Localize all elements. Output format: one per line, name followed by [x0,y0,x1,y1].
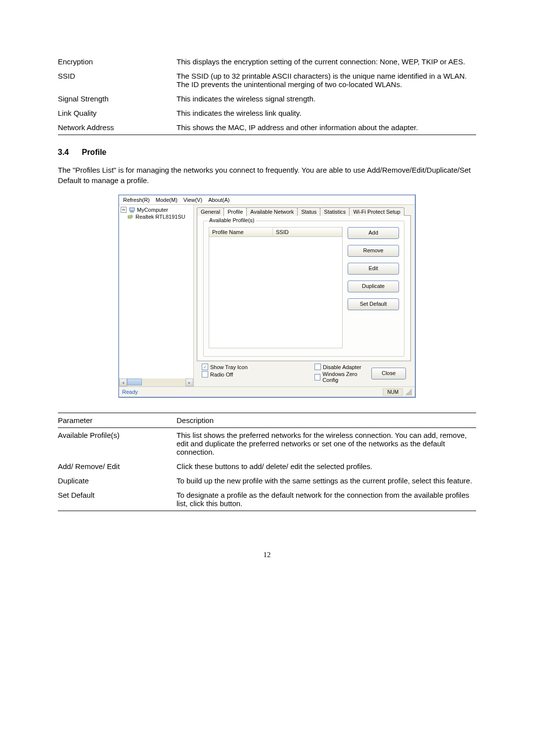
set-default-button[interactable]: Set Default [348,298,399,310]
duplicate-button[interactable]: Duplicate [348,281,399,292]
upper-parameter-table: Encryption This displays the encryption … [58,54,476,135]
section-heading: 3.4 Profile [58,148,476,157]
group-label-available-profiles: Available Profile(s) [208,217,256,223]
menu-refresh[interactable]: Refresh(R) [122,196,151,203]
tab-wifi-protect-setup[interactable]: Wi-Fi Protect Setup [349,207,404,216]
show-tray-icon-checkbox[interactable]: ✓ [202,364,208,370]
radio-off-label: Radio Off [210,372,233,378]
menu-bar: Refresh(R) Mode(M) View(V) About(A) [119,195,415,205]
scroll-right-button[interactable]: ▸ [185,378,193,386]
param-signal-strength: Signal Strength [58,92,177,106]
scroll-left-button[interactable]: ◂ [119,378,127,386]
lower-parameter-table: Parameter Description Available Profile(… [58,413,476,511]
page-number: 12 [58,551,476,559]
svg-rect-2 [130,208,134,211]
desc-encryption: This displays the encryption setting of … [177,54,476,69]
status-bar: Ready NUM [119,386,415,397]
param-add-remove-edit: Add/ Remove/ Edit [58,459,177,473]
desc-signal-strength: This indicates the wireless signal stren… [177,92,476,106]
resize-grip-icon[interactable] [405,388,412,395]
show-tray-icon-label: Show Tray Icon [210,364,248,370]
desc-add-remove-edit: Click these buttons to add/ delete/ edit… [177,459,476,473]
status-ready: Ready [122,389,138,395]
tree-horizontal-scrollbar[interactable]: ◂ ▸ [119,378,193,386]
add-button[interactable]: Add [348,227,399,239]
profile-list-body[interactable] [209,237,343,348]
close-button[interactable]: Close [371,368,406,379]
windows-zero-config-label: Windows Zero Config [322,371,371,383]
desc-duplicate: To build up the new profile with the sam… [177,473,476,488]
col-profile-name[interactable]: Profile Name [209,228,273,236]
svg-rect-4 [128,216,132,218]
tab-profile[interactable]: Profile [223,207,247,216]
disable-adapter-checkbox[interactable] [314,364,321,370]
menu-about[interactable]: About(A) [207,196,230,203]
tree-adapter-label[interactable]: Realtek RTL8191SU [135,214,185,220]
table2-head-description: Description [177,413,476,428]
menu-view[interactable]: View(V) [182,196,203,203]
desc-link-quality: This indicates the wireless link quality… [177,106,476,120]
param-link-quality: Link Quality [58,106,177,120]
section-number: 3.4 [58,148,80,157]
disable-adapter-label: Disable Adapter [323,364,361,370]
param-set-default: Set Default [58,488,177,511]
tree-root-label[interactable]: MyComputer [137,207,168,213]
tab-status[interactable]: Status [297,207,320,216]
desc-network-address: This shows the MAC, IP address and other… [177,120,476,135]
computer-icon [129,206,135,213]
profile-list-header: Profile Name SSID [209,227,343,237]
tab-available-network[interactable]: Available Network [246,207,298,216]
param-available-profiles: Available Profile(s) [58,428,177,460]
param-duplicate: Duplicate [58,473,177,488]
adapter-icon [127,213,134,220]
param-ssid: SSID [58,69,177,92]
windows-zero-config-checkbox[interactable] [314,374,320,380]
edit-button[interactable]: Edit [348,263,399,275]
table2-head-parameter: Parameter [58,413,177,428]
radio-off-checkbox[interactable] [202,371,208,378]
col-ssid[interactable]: SSID [273,228,342,236]
remove-button[interactable]: Remove [348,245,399,257]
profile-tab-screenshot: Refresh(R) Mode(M) View(V) About(A) MyCo… [118,194,416,398]
desc-ssid: The SSID (up to 32 printable ASCII chara… [177,69,476,92]
param-encryption: Encryption [58,54,177,69]
status-numlock: NUM [383,388,403,396]
tab-general[interactable]: General [197,207,224,216]
tab-statistics[interactable]: Statistics [320,207,350,216]
collapse-icon[interactable] [120,206,127,213]
tab-strip: General Profile Available Network Status… [197,207,411,216]
menu-mode[interactable]: Mode(M) [155,196,178,203]
svg-rect-3 [131,211,134,212]
adapter-tree-pane: MyComputer Realtek RTL8191SU ◂ ▸ [119,205,194,386]
section-intro: The "Profiles List" is for managing the … [58,165,476,186]
section-title-text: Profile [82,148,106,156]
desc-available-profiles: This list shows the preferred networks f… [177,428,476,460]
scroll-thumb[interactable] [127,378,142,385]
desc-set-default: To designate a profile as the default ne… [177,488,476,511]
param-network-address: Network Address [58,120,177,135]
